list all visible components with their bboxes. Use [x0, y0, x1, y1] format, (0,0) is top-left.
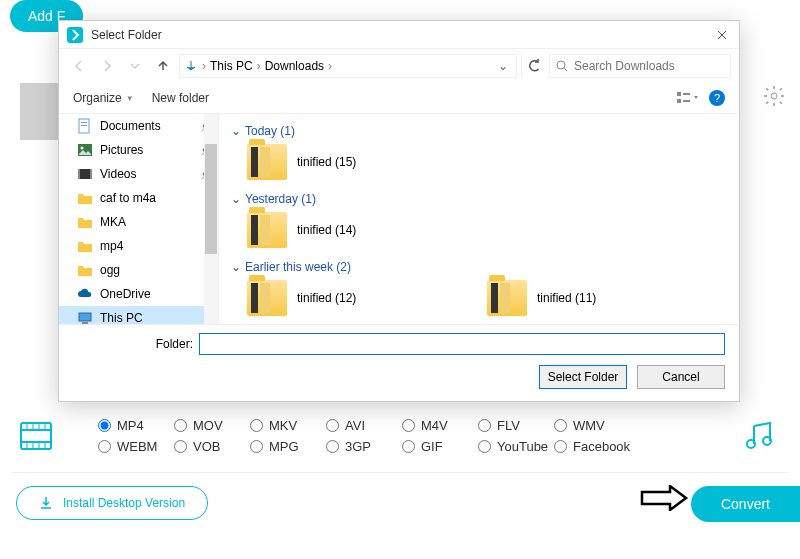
- svg-rect-1: [21, 423, 51, 449]
- tree-item[interactable]: Pictures📌: [59, 138, 218, 162]
- format-facebook[interactable]: Facebook: [554, 439, 630, 454]
- format-radio[interactable]: [326, 419, 339, 432]
- format-radio[interactable]: [402, 440, 415, 453]
- svg-rect-21: [81, 125, 87, 126]
- tree-item[interactable]: This PC: [59, 306, 218, 324]
- tree-item[interactable]: Documents📌: [59, 114, 218, 138]
- format-gif[interactable]: GIF: [402, 439, 478, 454]
- folder-icon: [487, 280, 527, 316]
- folder-item-label: tinified (15): [297, 155, 356, 169]
- search-icon: [556, 60, 568, 72]
- format-m4v[interactable]: M4V: [402, 418, 478, 433]
- scrollbar-thumb[interactable]: [205, 144, 217, 254]
- tree-item-icon: [77, 238, 93, 254]
- format-radio[interactable]: [326, 440, 339, 453]
- format-label: MPG: [269, 439, 299, 454]
- search-box[interactable]: [549, 54, 731, 78]
- format-radio[interactable]: [554, 419, 567, 432]
- tree-item[interactable]: OneDrive: [59, 282, 218, 306]
- help-button[interactable]: ?: [709, 90, 725, 106]
- scrollbar[interactable]: [204, 114, 218, 324]
- chevron-down-icon: ▼: [126, 94, 134, 103]
- format-radio[interactable]: [554, 440, 567, 453]
- folder-item[interactable]: tinified (12): [247, 280, 447, 316]
- group-header[interactable]: ⌄ Yesterday (1): [231, 192, 727, 206]
- audio-formats-icon[interactable]: [742, 418, 778, 454]
- nav-tree[interactable]: Documents📌Pictures📌Videos📌caf to m4aMKAm…: [59, 114, 219, 324]
- video-formats-icon: [18, 418, 54, 454]
- format-radio[interactable]: [174, 419, 187, 432]
- format-radio[interactable]: [174, 440, 187, 453]
- format-webm[interactable]: WEBM: [98, 439, 174, 454]
- nav-up-button[interactable]: [151, 54, 175, 78]
- new-folder-button[interactable]: New folder: [152, 91, 209, 105]
- search-input[interactable]: [574, 59, 724, 73]
- tree-item[interactable]: Videos📌: [59, 162, 218, 186]
- tree-item-icon: [77, 310, 93, 324]
- breadcrumb[interactable]: › This PC › Downloads › ⌄: [179, 54, 517, 78]
- svg-rect-27: [79, 313, 91, 321]
- format-vob[interactable]: VOB: [174, 439, 250, 454]
- settings-gear-icon[interactable]: [762, 84, 786, 108]
- install-desktop-button[interactable]: Install Desktop Version: [16, 486, 208, 520]
- tree-item-label: OneDrive: [100, 287, 151, 301]
- tree-item-icon: [77, 214, 93, 230]
- convert-button[interactable]: Convert: [691, 486, 800, 522]
- cancel-button[interactable]: Cancel: [637, 365, 725, 389]
- folder-item[interactable]: tinified (15): [247, 144, 447, 180]
- folder-icon: [247, 144, 287, 180]
- file-list[interactable]: ⌄ Today (1)tinified (15)⌄ Yesterday (1)t…: [219, 114, 739, 324]
- breadcrumb-this-pc[interactable]: This PC: [210, 59, 253, 73]
- nav-back-button[interactable]: [67, 54, 91, 78]
- format-wmv[interactable]: WMV: [554, 418, 630, 433]
- nav-recent-button[interactable]: [123, 54, 147, 78]
- breadcrumb-dropdown[interactable]: ⌄: [494, 59, 512, 73]
- format-radio[interactable]: [250, 440, 263, 453]
- svg-rect-18: [683, 100, 690, 102]
- format-label: 3GP: [345, 439, 371, 454]
- format-options: MP4MOVMKVAVIM4VFLVWMV WEBMVOBMPG3GPGIFYo…: [98, 418, 630, 454]
- dialog-title: Select Folder: [91, 28, 713, 42]
- folder-item[interactable]: tinified (11): [487, 280, 687, 316]
- format-radio[interactable]: [98, 419, 111, 432]
- view-options-button[interactable]: [677, 91, 699, 105]
- format-avi[interactable]: AVI: [326, 418, 402, 433]
- format-flv[interactable]: FLV: [478, 418, 554, 433]
- annotation-arrow-icon: [640, 485, 690, 511]
- tree-item[interactable]: caf to m4a: [59, 186, 218, 210]
- group-header[interactable]: ⌄ Earlier this week (2): [231, 260, 727, 274]
- breadcrumb-downloads[interactable]: Downloads: [265, 59, 324, 73]
- format-3gp[interactable]: 3GP: [326, 439, 402, 454]
- format-radio[interactable]: [250, 419, 263, 432]
- dialog-navbar: › This PC › Downloads › ⌄: [59, 49, 739, 83]
- folder-field-label: Folder:: [73, 337, 193, 351]
- format-mp4[interactable]: MP4: [98, 418, 174, 433]
- format-radio[interactable]: [478, 419, 491, 432]
- tree-item-label: Videos: [100, 167, 136, 181]
- install-desktop-label: Install Desktop Version: [63, 496, 185, 510]
- format-mov[interactable]: MOV: [174, 418, 250, 433]
- organize-menu[interactable]: Organize ▼: [73, 91, 134, 105]
- tree-item-icon: [77, 286, 93, 302]
- tree-item[interactable]: MKA: [59, 210, 218, 234]
- select-folder-button[interactable]: Select Folder: [539, 365, 627, 389]
- nav-forward-button[interactable]: [95, 54, 119, 78]
- format-radio[interactable]: [98, 440, 111, 453]
- folder-item-label: tinified (11): [537, 291, 596, 305]
- format-mkv[interactable]: MKV: [250, 418, 326, 433]
- tree-item[interactable]: mp4: [59, 234, 218, 258]
- folder-item[interactable]: tinified (14): [247, 212, 447, 248]
- format-mpg[interactable]: MPG: [250, 439, 326, 454]
- tree-item[interactable]: ogg: [59, 258, 218, 282]
- format-radio[interactable]: [402, 419, 415, 432]
- folder-item-label: tinified (14): [297, 223, 356, 237]
- format-label: VOB: [193, 439, 220, 454]
- close-button[interactable]: [713, 26, 731, 44]
- refresh-button[interactable]: [521, 54, 545, 78]
- group-header[interactable]: ⌄ Today (1): [231, 124, 727, 138]
- svg-rect-17: [683, 93, 690, 95]
- format-radio[interactable]: [478, 440, 491, 453]
- format-youtube[interactable]: YouTube: [478, 439, 554, 454]
- format-label: AVI: [345, 418, 365, 433]
- folder-name-input[interactable]: [199, 333, 725, 355]
